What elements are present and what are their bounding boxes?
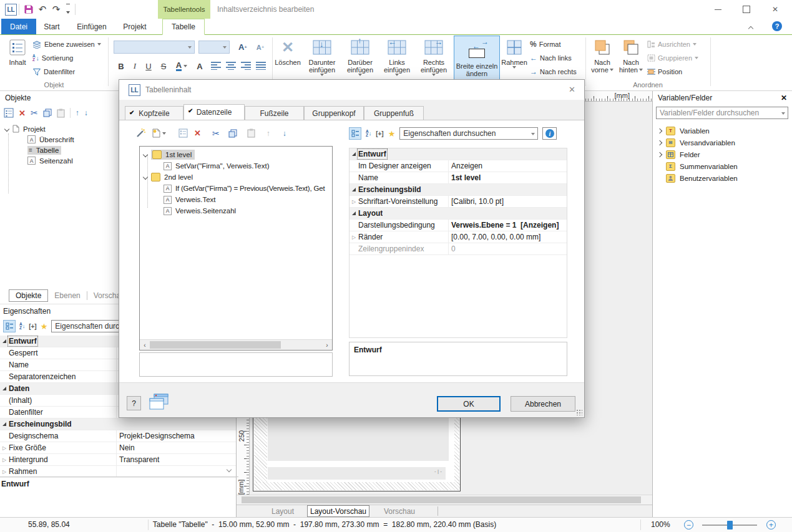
prop-row[interactable]: Zeilengruppenindex0 (350, 243, 567, 255)
underline-button[interactable]: U (144, 60, 154, 72)
tab-layout-vorschau[interactable]: Layout-Vorschau (307, 505, 369, 517)
tree-item-summenvariablen[interactable]: Σ Summenvariablen (653, 160, 792, 172)
footer-object-preview[interactable] (268, 467, 446, 480)
datenfilter-button[interactable]: Datenfilter (32, 65, 75, 78)
zoom-slider-handle[interactable] (727, 521, 733, 530)
dialog-help-button[interactable]: ? (127, 396, 141, 410)
prop-category[interactable]: Entwurf (350, 148, 567, 160)
save-button[interactable] (22, 2, 36, 16)
links-einfuegen-button[interactable]: ← Links einfügen (379, 36, 414, 79)
sort-alphabetical-button[interactable]: AZ↓ (19, 322, 25, 330)
align-right-button[interactable] (241, 62, 252, 72)
prop-category[interactable]: Erscheinungsbild (350, 184, 567, 196)
tree-item-verweis-text[interactable]: A Verweis.Text (140, 194, 332, 205)
dialog-title-bar[interactable]: LL Tabelleninhalt ✕ (119, 80, 584, 100)
undo-button[interactable]: ↶ (36, 2, 49, 16)
new-line-button[interactable] (152, 128, 166, 138)
nach-rechts-button[interactable]: → Nach rechts (530, 65, 577, 78)
tree-item-if-getvar[interactable]: A If (GetVar("Firma") = Previous(Verweis… (140, 183, 332, 194)
tab-datei[interactable]: Datei (1, 19, 36, 34)
wizard-wand-button[interactable] (135, 128, 146, 138)
darueber-einfuegen-button[interactable]: ↑ Darüber einfügen (342, 36, 378, 79)
dialog-close-icon[interactable]: ✕ (569, 85, 575, 94)
prop-category[interactable]: Layout (350, 208, 567, 220)
tab-gruppenfuss[interactable]: Gruppenfuß (364, 106, 424, 120)
breite-einzeln-aendern-button[interactable]: ← → Breite einzeln ändern (454, 36, 500, 80)
darunter-einfuegen-button[interactable]: ↓ Darunter einfügen (303, 36, 341, 79)
minimize-button[interactable] (709, 2, 726, 16)
tab-objekte[interactable]: Objekte (9, 289, 48, 302)
expand-all-button[interactable]: [+] (29, 323, 37, 330)
prop-row[interactable]: ▷HintergrundTransparent (0, 454, 236, 466)
highlight-color-button[interactable]: A (195, 60, 205, 72)
nach-vorne-button[interactable]: Nach vorne (589, 36, 615, 79)
line-properties-button[interactable] (178, 128, 188, 138)
strikethrough-button[interactable]: S (159, 60, 169, 72)
cut-button[interactable]: ✂ (31, 108, 38, 118)
copy-button[interactable] (43, 109, 52, 117)
tree-item-setvar[interactable]: A SetVar("Firma", Verweis.Text) (140, 160, 332, 172)
bold-button[interactable]: B (116, 60, 126, 72)
paste-button-disabled[interactable] (57, 109, 65, 118)
ok-button[interactable]: OK (437, 396, 501, 412)
tree-item-benutzervariablen[interactable]: Benutzervariablen (653, 172, 792, 184)
collapse-ribbon-button[interactable] (749, 24, 753, 32)
rechts-einfuegen-button[interactable]: → Rechts einfügen (416, 36, 452, 79)
tab-projekt[interactable]: Projekt (116, 19, 154, 34)
tab-fusszeile[interactable]: Fußzeile (245, 106, 304, 120)
workspace-hscrollbar[interactable] (237, 495, 652, 505)
zoom-slider-track[interactable] (702, 525, 757, 526)
prop-category[interactable]: Erscheinungsbild (0, 418, 236, 430)
close-panel-button[interactable]: ✕ (781, 94, 787, 102)
tab-start[interactable]: Start (36, 19, 67, 34)
shrink-font-button[interactable]: A+ (253, 41, 267, 54)
tab-tabelle[interactable]: Tabelle (162, 19, 205, 35)
tree-item-versandvariablen[interactable]: ✉ Versandvariablen (653, 137, 792, 148)
prop-row[interactable]: Im Designer anzeigenAnzeigen (350, 160, 567, 172)
loeschen-button[interactable]: ✕ Löschen (273, 36, 303, 79)
sortierung-button[interactable]: AZ ↓ Sortierung (32, 52, 73, 64)
object-list-icon-button[interactable] (4, 108, 14, 118)
nach-hinten-button[interactable]: Nach hinten (617, 36, 645, 79)
scrollbar-thumb[interactable] (150, 341, 281, 349)
scroll-right-icon[interactable]: › (322, 342, 332, 349)
zoom-out-button[interactable]: − (684, 520, 693, 530)
sort-alphabetical-button[interactable]: AZ↓ (366, 130, 371, 137)
position-button[interactable]: Position (647, 65, 682, 78)
inhalt-button[interactable]: Inhalt (4, 36, 31, 79)
prop-row[interactable]: DarstellungsbedingungVerweis.Ebene = 1 [… (350, 220, 567, 231)
align-left-button[interactable] (211, 62, 222, 72)
prop-row[interactable]: ▷Schriftart-Voreinstellung[Calibri, 10.0… (350, 196, 567, 208)
maximize-button[interactable] (738, 2, 755, 16)
copy-line-button[interactable] (228, 129, 237, 138)
dialog-properties-search-input[interactable] (400, 129, 537, 138)
redo-button[interactable]: ↷ (50, 2, 62, 16)
cut-line-button[interactable]: ✂ (212, 128, 220, 138)
expand-all-button[interactable]: [+] (376, 130, 384, 137)
tree-hscrollbar[interactable]: ‹ › (140, 339, 332, 350)
categorized-view-button[interactable] (3, 320, 16, 332)
line-definition-tree[interactable]: 1st level A SetVar("Firma", Verweis.Text… (139, 146, 333, 351)
prop-row[interactable]: ▷Fixe GrößeNein (0, 442, 236, 454)
tab-einfuegen[interactable]: Einfügen (72, 19, 111, 34)
grow-font-button[interactable]: A+ (236, 41, 250, 54)
move-up-button[interactable]: ↑ (76, 109, 79, 117)
move-line-up-button-disabled[interactable]: ↑ (266, 129, 270, 138)
cancel-button[interactable]: Abbrechen (511, 396, 575, 412)
nach-links-button[interactable]: ← Nach links (530, 52, 572, 64)
variables-search[interactable] (656, 107, 788, 119)
close-button[interactable]: ✕ (766, 2, 784, 16)
help-button[interactable]: ? (772, 21, 782, 31)
tree-item-verweis-seitenzahl[interactable]: A Verweis.Seitenzahl (140, 205, 332, 216)
tab-ebenen[interactable]: Ebenen (48, 290, 86, 301)
scrollbar-thumb[interactable] (242, 496, 641, 503)
dialog-properties-search[interactable] (399, 127, 538, 140)
prop-row[interactable]: ▷Ränder[0.00, 7.00, 0.00, 0.00 mm] (350, 231, 567, 243)
variables-search-input[interactable] (657, 109, 788, 117)
categorized-view-button[interactable] (349, 127, 361, 140)
tree-item-1st-level[interactable]: 1st level (140, 149, 332, 160)
context-tab-tabellentools[interactable]: Tabellentools (158, 0, 210, 19)
ebene-zuweisen-button[interactable]: Ebene zuweisen (32, 38, 101, 51)
font-size-select[interactable] (198, 41, 230, 54)
tree-item-2nd-level[interactable]: 2nd level (140, 172, 332, 183)
